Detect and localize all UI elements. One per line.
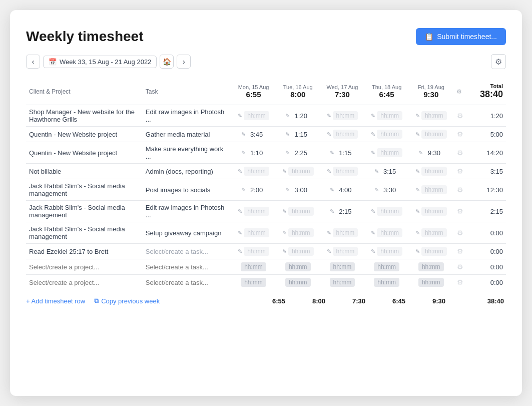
time-cell[interactable]: ✎2:15 [320,201,365,222]
edit-icon[interactable]: ✎ [415,131,420,138]
time-cell[interactable]: hh:mm [276,259,320,275]
task-cell[interactable]: Select/create a task... [143,244,231,259]
row-settings[interactable]: ⚙ [453,259,467,275]
task-input[interactable] [146,263,228,271]
time-cell[interactable]: ✎3:15 [364,164,409,179]
edit-icon[interactable]: ✎ [374,187,379,193]
edit-icon[interactable]: ✎ [327,131,331,138]
time-cell[interactable]: ✎hh:mm [276,222,320,244]
edit-icon[interactable]: ✎ [415,208,420,215]
edit-icon[interactable]: ✎ [371,150,375,156]
row-settings[interactable]: ⚙ [453,164,467,179]
edit-icon[interactable]: ✎ [371,230,375,236]
edit-icon[interactable]: ✎ [285,187,290,193]
project-input[interactable] [29,279,140,286]
row-settings[interactable]: ⚙ [453,201,467,222]
edit-icon[interactable]: ✎ [282,208,287,215]
project-input[interactable] [29,263,140,271]
row-settings[interactable]: ⚙ [453,142,467,164]
row-settings[interactable]: ⚙ [453,275,467,290]
edit-icon[interactable]: ✎ [371,208,375,215]
time-cell[interactable]: ✎hh:mm [409,244,453,259]
time-cell[interactable]: ✎hh:mm [409,222,453,244]
time-cell[interactable]: ✎1:10 [231,142,276,164]
edit-icon[interactable]: ✎ [330,150,334,156]
edit-icon[interactable]: ✎ [327,248,331,255]
time-cell[interactable]: hh:mm [409,275,453,290]
time-cell[interactable]: ✎9:30 [409,142,453,164]
time-cell[interactable]: ✎hh:mm [320,164,365,179]
time-cell[interactable]: hh:mm [320,259,365,275]
time-cell[interactable]: ✎hh:mm [276,201,320,222]
edit-icon[interactable]: ✎ [285,150,290,156]
row-gear-icon[interactable]: ⚙ [457,167,463,175]
time-cell[interactable]: ✎hh:mm [320,105,365,127]
time-cell[interactable]: ✎hh:mm [320,127,365,142]
edit-icon[interactable]: ✎ [374,168,379,175]
edit-icon[interactable]: ✎ [371,113,375,119]
time-cell[interactable]: hh:mm [364,275,409,290]
row-gear-icon[interactable]: ⚙ [457,130,463,138]
edit-icon[interactable]: ✎ [285,113,290,119]
row-gear-icon[interactable]: ⚙ [457,186,463,194]
row-gear-icon[interactable]: ⚙ [457,278,463,286]
edit-icon[interactable]: ✎ [415,230,420,236]
row-settings[interactable]: ⚙ [453,244,467,259]
row-gear-icon[interactable]: ⚙ [457,149,463,157]
time-cell[interactable]: hh:mm [276,275,320,290]
edit-icon[interactable]: ✎ [327,168,331,175]
time-cell[interactable]: ✎3:00 [276,179,320,201]
edit-icon[interactable]: ✎ [415,248,420,255]
edit-icon[interactable]: ✎ [285,131,290,138]
time-cell[interactable]: ✎1:15 [276,127,320,142]
project-cell[interactable] [26,275,143,290]
time-cell[interactable]: ✎2:25 [276,142,320,164]
edit-icon[interactable]: ✎ [371,131,375,138]
time-cell[interactable]: ✎hh:mm [364,127,409,142]
edit-icon[interactable]: ✎ [238,248,242,255]
time-cell[interactable]: ✎hh:mm [364,222,409,244]
time-cell[interactable]: hh:mm [231,259,276,275]
next-week-button[interactable]: › [177,55,191,69]
time-cell[interactable]: ✎3:30 [364,179,409,201]
time-cell[interactable]: hh:mm [320,275,365,290]
time-cell[interactable]: ✎hh:mm [320,222,365,244]
row-settings[interactable]: ⚙ [453,105,467,127]
time-cell[interactable]: ✎hh:mm [231,244,276,259]
edit-icon[interactable]: ✎ [327,230,331,236]
time-cell[interactable]: ✎hh:mm [231,201,276,222]
submit-timesheet-button[interactable]: 📋 Submit timesheet... [416,28,506,45]
row-gear-icon[interactable]: ⚙ [457,112,463,120]
project-cell[interactable] [26,259,143,275]
time-cell[interactable]: ✎hh:mm [231,222,276,244]
task-cell[interactable] [143,259,231,275]
task-input[interactable] [146,279,228,286]
edit-icon[interactable]: ✎ [415,113,420,119]
edit-icon[interactable]: ✎ [238,168,242,175]
row-gear-icon[interactable]: ⚙ [457,247,463,255]
time-cell[interactable]: ✎hh:mm [409,179,453,201]
time-cell[interactable]: ✎hh:mm [364,201,409,222]
home-button[interactable]: 🏠 [160,55,174,69]
edit-icon[interactable]: ✎ [282,168,287,175]
time-cell[interactable]: ✎3:45 [231,127,276,142]
edit-icon[interactable]: ✎ [241,131,246,138]
edit-icon[interactable]: ✎ [238,208,242,215]
edit-icon[interactable]: ✎ [241,187,246,193]
edit-icon[interactable]: ✎ [282,248,287,255]
time-cell[interactable]: ✎hh:mm [231,164,276,179]
prev-week-button[interactable]: ‹ [26,55,40,69]
edit-icon[interactable]: ✎ [415,168,420,175]
edit-icon[interactable]: ✎ [238,230,242,236]
time-cell[interactable]: ✎hh:mm [409,105,453,127]
edit-icon[interactable]: ✎ [330,208,334,215]
time-cell[interactable]: ✎hh:mm [320,244,365,259]
edit-icon[interactable]: ✎ [330,187,334,193]
time-cell[interactable]: hh:mm [364,259,409,275]
row-gear-icon[interactable]: ⚙ [457,229,463,237]
time-cell[interactable]: hh:mm [231,275,276,290]
row-gear-icon[interactable]: ⚙ [457,207,463,215]
time-cell[interactable]: ✎hh:mm [276,164,320,179]
time-cell[interactable]: ✎1:15 [320,142,365,164]
time-cell[interactable]: hh:mm [409,259,453,275]
